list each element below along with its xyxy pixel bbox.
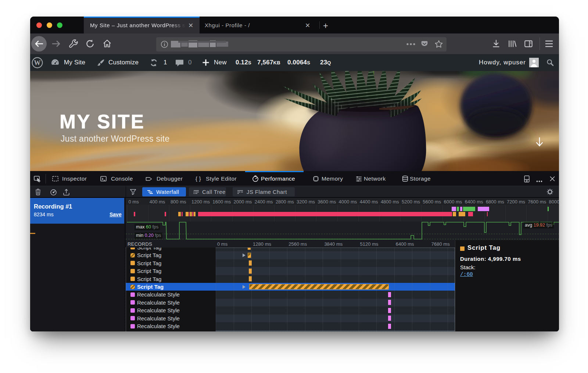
svg-text:W: W: [34, 59, 41, 67]
